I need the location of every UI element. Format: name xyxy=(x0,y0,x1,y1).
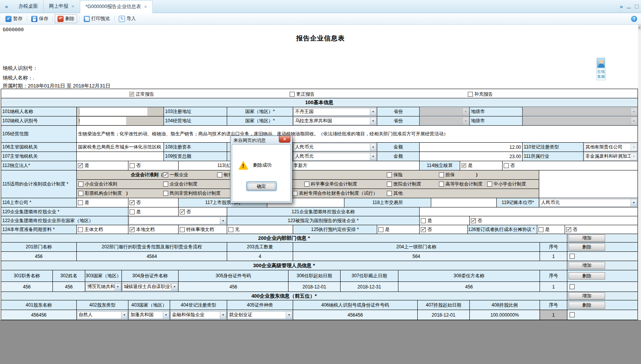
cell-202[interactable]: 4564 xyxy=(77,252,227,261)
maximize-icon[interactable] xyxy=(635,5,639,8)
temp-save-button[interactable]: ✔暂存 xyxy=(3,15,25,23)
field-107-value[interactable] xyxy=(77,152,164,161)
dropdown-arrow-icon[interactable]: ▼ xyxy=(631,144,637,151)
country-select[interactable]: 不丹王国▼ xyxy=(294,108,376,116)
delete-button[interactable]: ↶删除 xyxy=(55,14,77,23)
cell-408[interactable]: 100.000000% xyxy=(470,310,540,320)
field-102-input[interactable]: ! xyxy=(77,116,164,125)
dropdown-arrow-icon[interactable]: ▼ xyxy=(286,312,292,318)
base-currency-select[interactable]: 人民币元▼ xyxy=(540,199,637,207)
field-108-amount[interactable]: 12.00 xyxy=(420,143,523,152)
dropdown-arrow-icon[interactable]: ▼ xyxy=(631,199,637,206)
option-insurance[interactable]: 保险 xyxy=(387,172,439,178)
shareholder-type-select[interactable]: 自然人▼ xyxy=(77,311,128,319)
field-109-amount[interactable]: 23.00 xyxy=(420,152,523,161)
report-supplementary-option[interactable]: 补充报告 xyxy=(468,91,493,98)
tab-report-form[interactable]: *G000000报告企业信息表× xyxy=(80,0,153,13)
dropdown-arrow-icon[interactable]: ▼ xyxy=(220,217,226,224)
tabs-scroll-left-icon[interactable]: « xyxy=(0,0,13,13)
close-tab-icon[interactable]: × xyxy=(144,4,147,10)
dropdown-arrow-icon[interactable]: ▼ xyxy=(370,144,376,151)
minimize-icon[interactable] xyxy=(627,4,631,8)
option-enterprise-system[interactable]: 企业会计制度 xyxy=(163,181,229,187)
delete-rows-button[interactable]: 删除 xyxy=(568,302,605,309)
dropdown-arrow-icon[interactable]: ▼ xyxy=(121,312,127,318)
currency-select[interactable]: 人民币元▼ xyxy=(294,143,376,151)
option-master-file[interactable]: 主体文档 xyxy=(77,225,128,234)
add-row-button[interactable]: 增加 xyxy=(568,292,605,300)
field-101-input[interactable]: : xyxy=(77,107,164,116)
option-science-institution[interactable]: 科学事业单位会计制度 xyxy=(304,181,387,187)
cell-306[interactable]: 2018-12-01 xyxy=(288,282,341,292)
dropdown-arrow-icon[interactable]: ▼ xyxy=(370,118,376,125)
print-preview-button[interactable]: 打印预览 xyxy=(81,15,112,23)
cell-308[interactable]: 456 xyxy=(398,282,540,292)
registration-type-select[interactable]: 金融和保险企业▼ xyxy=(170,311,226,319)
option-lottery[interactable]: 彩票机构会计制度） xyxy=(77,190,163,197)
cell-302[interactable]: 456 xyxy=(53,282,85,292)
report-normal-option[interactable]: 正常报告 xyxy=(129,91,154,98)
save-button[interactable]: 保存 xyxy=(29,15,51,23)
dropdown-arrow-icon[interactable]: ▼ xyxy=(370,153,376,160)
field-120-yes[interactable]: 是 xyxy=(128,207,179,216)
dialog-close-icon[interactable]: × xyxy=(279,136,290,143)
dropdown-arrow-icon[interactable]: ▼ xyxy=(171,283,177,290)
field-112-no[interactable]: 否 xyxy=(128,161,179,170)
field-126-yes[interactable]: 是 xyxy=(537,225,565,234)
cell-301[interactable]: 456 xyxy=(1,282,53,292)
row-select-checkbox[interactable] xyxy=(570,312,575,317)
option-local-file[interactable]: 本地文档 xyxy=(128,225,179,234)
field-120-no[interactable]: 否 xyxy=(179,207,227,216)
field-105-value[interactable]: 生物柴油生产销售；化学改性的动、植物油、脂生产销售；商品与技术的进出口业务，废旧… xyxy=(77,126,638,142)
holding-country-select[interactable]: ▼ xyxy=(129,217,226,224)
country-select[interactable]: 博茨瓦纳共和国▼ xyxy=(86,283,121,291)
cell-401[interactable]: 456456 xyxy=(1,310,77,320)
cell-203[interactable]: 4 xyxy=(227,252,293,261)
industry-select[interactable]: 非金属废料和碎屑加工处理▼ xyxy=(584,153,637,160)
option-school[interactable]: 中小学会计制度 xyxy=(487,181,539,187)
option-special-file[interactable]: 特殊事项文档 xyxy=(179,225,227,234)
certificate-type-select[interactable]: 就业创业证▼ xyxy=(228,311,292,319)
online-service-widget[interactable]: 在线 客服 xyxy=(597,58,606,80)
field-116-yes[interactable]: 是 xyxy=(77,198,128,207)
dropdown-arrow-icon[interactable]: ▼ xyxy=(370,108,376,115)
dropdown-arrow-icon[interactable]: ▼ xyxy=(220,312,226,318)
field-116-no[interactable]: 否 xyxy=(128,198,179,207)
help-icon[interactable]: ? xyxy=(631,16,637,22)
field-123-no[interactable]: 否 xyxy=(470,216,638,225)
field-125-yes[interactable]: 是 xyxy=(377,225,420,234)
cell-305[interactable]: 456 xyxy=(179,282,288,292)
vertical-scrollbar[interactable]: ▲ xyxy=(638,25,641,320)
option-university[interactable]: 高等学校会计制度 xyxy=(439,181,487,187)
cell-406[interactable]: 456456 xyxy=(293,310,418,320)
field-114-no[interactable]: 否 xyxy=(503,161,638,170)
dropdown-arrow-icon[interactable]: ▼ xyxy=(115,283,121,290)
scroll-up-icon[interactable]: ▲ xyxy=(638,25,641,30)
registration-type-select[interactable]: 其他有限责任公司▼ xyxy=(584,143,637,151)
field-126-no[interactable]: 否 xyxy=(565,225,638,234)
cell-201[interactable]: 456 xyxy=(1,252,77,261)
field-113-value[interactable]: 李新方 xyxy=(287,161,420,170)
field-118-input[interactable] xyxy=(431,198,497,207)
option-none[interactable]: 无 xyxy=(227,225,293,234)
field-125-no[interactable]: 否 xyxy=(420,225,468,234)
tabs-scroll-right-icon[interactable]: » xyxy=(620,3,623,10)
row-select-checkbox[interactable] xyxy=(570,254,575,259)
option-small-enterprise-standard[interactable]: 小企业会计准则 xyxy=(77,181,163,187)
delete-rows-button[interactable]: 删除 xyxy=(568,272,605,280)
currency-select[interactable]: 人民币元▼ xyxy=(294,153,376,160)
dropdown-arrow-icon[interactable]: ▼ xyxy=(163,312,169,318)
option-other[interactable]: 其他 xyxy=(387,190,425,197)
dialog-title-bar[interactable]: 来自网页的消息 × xyxy=(232,137,291,144)
close-tab-icon[interactable]: × xyxy=(71,3,74,9)
field-123-yes[interactable]: 是 xyxy=(420,216,470,225)
import-button[interactable]: ✎导入 xyxy=(116,15,138,23)
cell-307[interactable]: 2018-12-31 xyxy=(341,282,398,292)
dialog-ok-button[interactable]: 确定 xyxy=(246,182,277,191)
option-hospital[interactable]: 医院会计制度 xyxy=(387,181,439,187)
add-row-button[interactable]: 增加 xyxy=(568,262,605,269)
tab-tax-desktop[interactable]: 办税桌面 xyxy=(13,0,44,13)
option-general-enterprise[interactable]: 一般企业 xyxy=(163,172,217,178)
cell-407[interactable]: 2018-12-01 xyxy=(418,310,470,320)
cell-204[interactable]: 564 xyxy=(293,252,540,261)
